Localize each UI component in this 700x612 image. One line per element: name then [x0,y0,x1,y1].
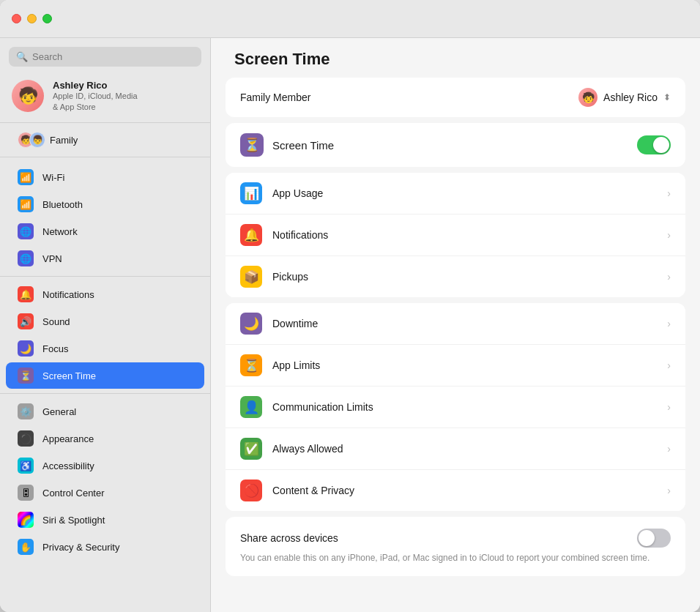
sidebar-item-label: Network [42,226,78,237]
chevron-right-icon: › [667,271,671,283]
menu-item-label: Communication Limits [272,401,657,413]
chevron-right-icon: › [667,229,671,241]
sidebar-item-general[interactable]: ⚙️ General [6,398,204,425]
sidebar-item-screen-time[interactable]: ⏳ Screen Time [6,362,204,389]
app-usage-icon: 📊 [240,182,262,204]
sidebar-item-wifi[interactable]: 📶 Wi-Fi [6,164,204,190]
main-header: Screen Time [211,38,700,78]
menu-item-label: Downtime [272,318,657,329]
sidebar-item-notifications[interactable]: 🔔 Notifications [6,281,204,307]
screen-time-icon: ⏳ [18,367,34,384]
sidebar-divider-2 [0,157,210,157]
page-title: Screen Time [234,50,677,69]
toggle-knob [638,530,655,546]
menu-item-label: Pickups [272,271,657,283]
chevron-right-icon: › [667,443,671,455]
sidebar-item-control-center[interactable]: 🎛 Control Center [6,479,204,506]
communication-limits-icon: 👤 [240,396,262,418]
member-name: Ashley Rico [603,92,658,103]
menu-item-app-limits[interactable]: ⏳ App Limits › [226,345,685,387]
siri-icon: 🌈 [18,512,34,528]
family-label: Family [50,135,78,146]
notifications-menu-icon: 🔔 [240,224,262,246]
maximize-button[interactable] [42,14,52,23]
sidebar-item-label: Notifications [42,289,94,300]
sidebar-item-vpn[interactable]: 🌐 VPN [6,245,204,272]
sidebar-item-label: Screen Time [42,370,96,381]
network-icon: 🌐 [18,223,34,239]
close-button[interactable] [12,14,21,23]
screen-time-left: ⏳ Screen Time [240,133,334,157]
share-title: Share across devices [240,532,338,544]
search-input[interactable] [32,51,194,62]
app-limits-icon: ⏳ [240,354,262,376]
sidebar-item-label: Focus [42,343,68,354]
sidebar-item-label: Sound [42,316,70,327]
menu-item-always-allowed[interactable]: ✅ Always Allowed › [226,428,685,470]
member-avatar: 🧒 [578,88,597,107]
focus-icon: 🌙 [18,340,34,357]
traffic-lights [12,14,52,23]
chevron-right-icon: › [667,187,671,199]
sidebar-item-privacy-security[interactable]: ✋ Privacy & Security [6,534,204,560]
usage-menu-card: 📊 App Usage › 🔔 Notifications › 📦 Pickup… [226,173,685,297]
appearance-icon: ⚫ [18,430,34,447]
share-desc: You can enable this on any iPhone, iPad,… [240,552,671,564]
toggle-knob [653,137,669,153]
family-member-label: Family Member [240,92,310,103]
chevron-right-icon: › [667,401,671,413]
sound-icon: 🔊 [18,313,34,329]
menu-item-communication-limits[interactable]: 👤 Communication Limits › [226,387,685,428]
content-privacy-icon: 🚫 [240,479,262,501]
menu-item-notifications[interactable]: 🔔 Notifications › [226,214,685,256]
sidebar-item-label: Appearance [42,433,94,444]
sidebar-item-accessibility[interactable]: ♿ Accessibility [6,452,204,479]
always-allowed-icon: ✅ [240,438,262,460]
menu-item-app-usage[interactable]: 📊 App Usage › [226,173,685,214]
menu-item-label: App Usage [272,187,657,199]
avatar: 🧒 [12,80,44,112]
family-member-row[interactable]: Family Member 🧒 Ashley Rico ⬍ [226,78,685,117]
family-avatars: 🧒 👦 [18,132,41,148]
accessibility-icon: ♿ [18,458,34,474]
titlebar [0,0,700,38]
main-content: Family Member 🧒 Ashley Rico ⬍ ⏳ Screen T… [211,78,700,591]
search-bar[interactable]: 🔍 [9,47,201,67]
menu-item-downtime[interactable]: 🌙 Downtime › [226,303,685,345]
screen-time-label: Screen Time [272,139,334,152]
user-sub: Apple ID, iCloud, Media& App Store [53,91,138,112]
chevron-right-icon: › [667,485,671,496]
menu-item-label: App Limits [272,359,657,371]
sidebar-item-label: Control Center [42,488,105,499]
sidebar-item-focus[interactable]: 🌙 Focus [6,335,204,362]
sidebar-item-label: VPN [42,253,62,264]
family-avatar-2: 👦 [29,132,45,148]
wifi-icon: 📶 [18,169,34,185]
sidebar-item-appearance[interactable]: ⚫ Appearance [6,425,204,452]
screen-time-toggle[interactable] [637,135,671,154]
user-section[interactable]: 🧒 Ashley Rico Apple ID, iCloud, Media& A… [0,72,210,119]
privacy-icon: ✋ [18,539,34,555]
sidebar-item-family[interactable]: 🧒 👦 Family [6,127,204,153]
sidebar-divider-3 [0,276,210,277]
pickups-icon: 📦 [240,266,262,288]
user-name: Ashley Rico [53,80,138,91]
menu-item-label: Notifications [272,229,657,241]
menu-item-pickups[interactable]: 📦 Pickups › [226,256,685,297]
limits-menu-card: 🌙 Downtime › ⏳ App Limits › 👤 Communicat… [226,303,685,511]
share-toggle[interactable] [637,529,671,548]
chevron-right-icon: › [667,318,671,329]
sidebar-item-sound[interactable]: 🔊 Sound [6,308,204,335]
family-member-right: 🧒 Ashley Rico ⬍ [578,88,671,107]
content-area: 🔍 🧒 Ashley Rico Apple ID, iCloud, Media&… [0,38,700,612]
sidebar: 🔍 🧒 Ashley Rico Apple ID, iCloud, Media&… [0,38,211,612]
minimize-button[interactable] [27,14,37,23]
sidebar-item-network[interactable]: 🌐 Network [6,218,204,245]
sidebar-item-bluetooth[interactable]: 📶 Bluetooth [6,191,204,217]
sidebar-item-label: General [42,406,76,417]
sidebar-item-label: Privacy & Security [42,542,119,553]
sidebar-divider-4 [0,393,210,394]
sidebar-item-siri-spotlight[interactable]: 🌈 Siri & Spotlight [6,507,204,533]
menu-item-content-privacy[interactable]: 🚫 Content & Privacy › [226,470,685,511]
sidebar-item-label: Bluetooth [42,199,83,210]
